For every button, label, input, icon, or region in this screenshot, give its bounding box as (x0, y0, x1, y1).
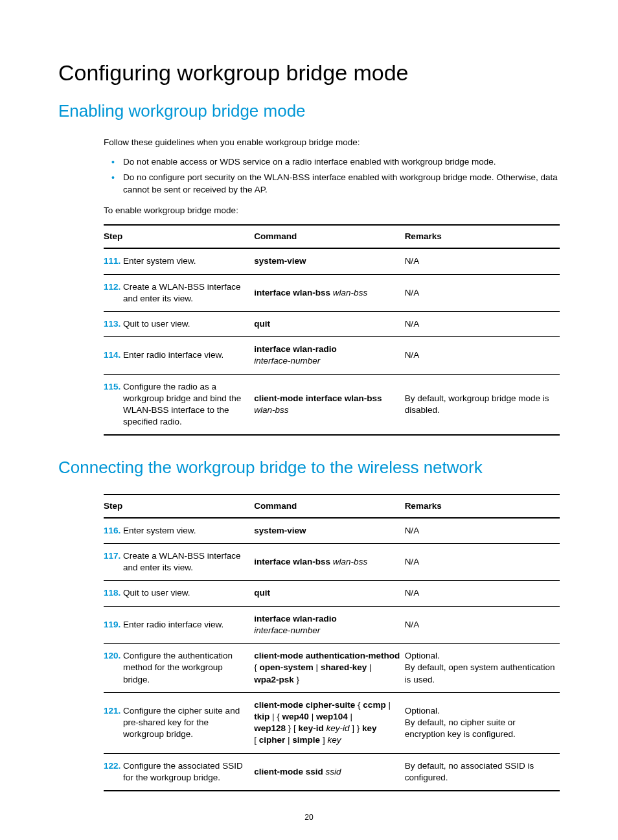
command-cell: quit (254, 311, 404, 336)
table-row: 115. Configure the radio as a workgroup … (104, 374, 560, 435)
remarks-cell: N/A (405, 581, 560, 606)
list-item: Do not enable access or WDS service on a… (123, 156, 560, 168)
step-cell: 122. Configure the associated SSID for t… (104, 753, 254, 791)
table-row: 119. Enter radio interface view.interfac… (104, 606, 560, 643)
command-cell: client-mode interface wlan-bsswlan-bss (254, 374, 404, 435)
step-cell: 112. Create a WLAN-BSS interface and ent… (104, 274, 254, 311)
remarks-cell: By default, workgroup bridge mode is dis… (405, 374, 560, 435)
command-cell: interface wlan-radiointerface-number (254, 337, 404, 374)
remarks-cell: By default, no associated SSID is config… (405, 753, 560, 791)
remarks-cell: N/A (405, 248, 560, 274)
command-cell: system-view (254, 518, 404, 544)
step-cell: 115. Configure the radio as a workgroup … (104, 374, 254, 435)
th-remarks: Remarks (405, 225, 560, 248)
step-cell: 121. Configure the cipher suite and pre-… (104, 692, 254, 753)
remarks-cell: Optional.By default, open system authent… (405, 644, 560, 693)
command-cell: client-mode ssid ssid (254, 753, 404, 791)
step-cell: 117. Create a WLAN-BSS interface and ent… (104, 544, 254, 581)
remarks-cell: Optional.By default, no cipher suite or … (405, 692, 560, 753)
th-command: Command (254, 225, 404, 248)
guidelines-list: Do not enable access or WDS service on a… (58, 156, 560, 196)
command-cell: client-mode cipher-suite { ccmp | tkip |… (254, 692, 404, 753)
remarks-cell: N/A (405, 311, 560, 336)
command-cell: system-view (254, 248, 404, 274)
th-remarks: Remarks (405, 495, 560, 518)
table-row: 114. Enter radio interface view.interfac… (104, 337, 560, 374)
table-row: 111. Enter system view.system-viewN/A (104, 248, 560, 274)
step-cell: 120. Configure the authentication method… (104, 644, 254, 693)
page-h1: Configuring workgroup bridge mode (58, 58, 560, 88)
command-cell: interface wlan-bss wlan-bss (254, 274, 404, 311)
command-cell: interface wlan-radiointerface-number (254, 606, 404, 643)
step-cell: 114. Enter radio interface view. (104, 337, 254, 374)
steps-table-2: Step Command Remarks 116. Enter system v… (104, 494, 560, 792)
remarks-cell: N/A (405, 274, 560, 311)
table-row: 120. Configure the authentication method… (104, 644, 560, 693)
command-cell: quit (254, 581, 404, 606)
step-cell: 118. Quit to user view. (104, 581, 254, 606)
step-cell: 111. Enter system view. (104, 248, 254, 274)
steps-table-1: Step Command Remarks 111. Enter system v… (104, 224, 560, 436)
remarks-cell: N/A (405, 544, 560, 581)
intro-paragraph: Follow these guidelines when you enable … (58, 137, 560, 148)
step-cell: 113. Quit to user view. (104, 311, 254, 336)
table-row: 117. Create a WLAN-BSS interface and ent… (104, 544, 560, 581)
th-step: Step (104, 225, 254, 248)
list-item: Do no configure port security on the WLA… (123, 172, 560, 195)
section-h2-connecting: Connecting the workgroup bridge to the w… (58, 456, 560, 479)
table-row: 112. Create a WLAN-BSS interface and ent… (104, 274, 560, 311)
table-row: 118. Quit to user view.quitN/A (104, 581, 560, 606)
remarks-cell: N/A (405, 518, 560, 544)
table-row: 122. Configure the associated SSID for t… (104, 753, 560, 791)
th-command: Command (254, 495, 404, 518)
command-cell: interface wlan-bss wlan-bss (254, 544, 404, 581)
th-step: Step (104, 495, 254, 518)
table-row: 116. Enter system view.system-viewN/A (104, 518, 560, 544)
table-row: 113. Quit to user view.quitN/A (104, 311, 560, 336)
remarks-cell: N/A (405, 606, 560, 643)
lead-paragraph: To enable workgroup bridge mode: (58, 205, 560, 216)
step-cell: 116. Enter system view. (104, 518, 254, 544)
section-h2-enabling: Enabling workgroup bridge mode (58, 100, 560, 122)
remarks-cell: N/A (405, 337, 560, 374)
command-cell: client-mode authentication-method{ open-… (254, 644, 404, 693)
page-number: 20 (58, 812, 560, 822)
step-cell: 119. Enter radio interface view. (104, 606, 254, 643)
table-row: 121. Configure the cipher suite and pre-… (104, 692, 560, 753)
